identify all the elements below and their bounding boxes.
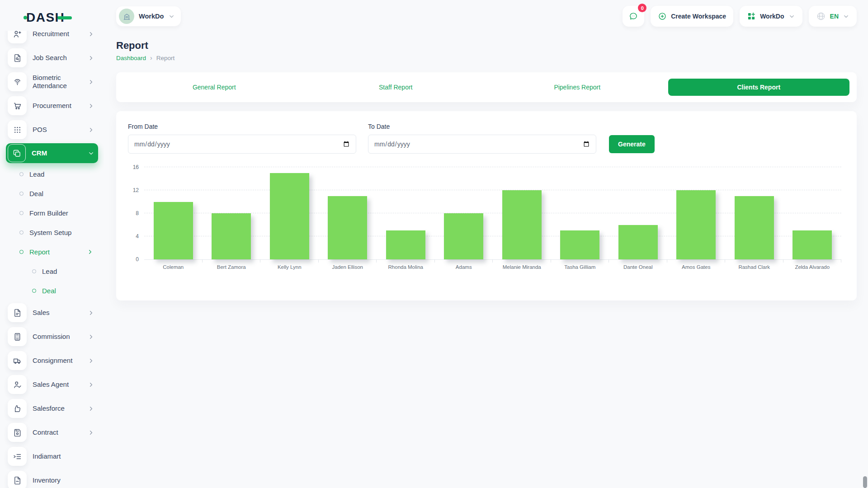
sidebar-item-procurement[interactable]: Procurement [6,95,98,116]
chart-category-bert-zamora: Bert Zamora [203,167,261,259]
chevron-down-icon [168,13,175,20]
sidebar-item-job-search[interactable]: Job Search [6,47,98,68]
x-axis-tick-label: Kelly Lynn [256,264,323,270]
bar-kelly-lynn [270,173,309,259]
sidebar-item-crm[interactable]: CRM [6,143,98,163]
bar-melanie-miranda [502,190,542,259]
generate-button[interactable]: Generate [609,135,655,153]
y-axis-tick-label: 4 [136,233,139,239]
sales-icon [8,303,27,322]
bullet-icon [19,230,24,235]
sidebar-subitem-lead[interactable]: Lead [6,263,98,279]
report-tabs: General ReportStaff ReportPipelines Repo… [116,72,857,102]
x-axis-tick-label: Coleman [140,264,207,270]
salesforce-icon [8,399,27,418]
bullet-icon [19,192,24,196]
to-date-input[interactable] [368,135,596,154]
tab-clients-report[interactable]: Clients Report [668,79,850,96]
y-axis-tick-label: 12 [133,187,139,193]
sidebar-item-label: Consignment [33,357,82,365]
clients-report-chart: 0481216ColemanBert ZamoraKelly LynnJaden… [144,167,841,275]
from-date-field-group: From Date [128,123,356,154]
sidebar-item-contract[interactable]: Contract [6,422,98,443]
x-axis-tick-label: Melanie Miranda [488,264,556,270]
sidebar-item-commission[interactable]: Commission [6,326,98,347]
sidebar-subitem-label: Report [29,248,50,256]
sidebar-subitem-deal[interactable]: Deal [6,186,98,201]
sidebar-item-label: Sales [33,309,82,317]
x-axis-tick-label: Tasha Gilliam [547,264,614,270]
chevron-right-icon [88,381,94,388]
sidebar-item-consignment[interactable]: Consignment [6,350,98,371]
sidebar-subitem-deal[interactable]: Deal [6,283,98,298]
breadcrumb-current: Report [156,55,175,61]
tab-general-report[interactable]: General Report [123,79,305,96]
sidebar-subitem-report[interactable]: Report [6,244,98,259]
workspace-switcher-button[interactable]: WorkDo [740,6,802,27]
chart-category-jaden-ellison: Jaden Ellison [319,167,377,259]
biometric-attendance-icon [8,72,27,91]
plus-circle-icon [658,12,667,21]
procurement-icon [8,96,27,115]
messages-button[interactable]: 0 [623,6,644,27]
chevron-down-icon [88,150,94,157]
bar-rhonda-molina [386,230,425,259]
vertical-scrollbar[interactable] [863,476,867,488]
chevron-right-icon [88,357,94,364]
sidebar-subitem-label: Deal [42,287,56,295]
app-logo[interactable]: DASH [0,0,104,28]
sidebar-item-label: Inventory [33,476,94,484]
breadcrumb-separator: › [150,54,152,61]
y-axis-tick-label: 0 [136,256,139,263]
breadcrumb: Dashboard › Report [116,54,857,61]
sidebar-subitem-label: Deal [29,190,43,197]
chart-category-zelda-alvarado: Zelda Alvarado [783,167,842,259]
sidebar-item-salesforce[interactable]: Salesforce [6,398,98,419]
pos-icon [8,120,27,139]
workspace-label: WorkDo [139,13,164,20]
tab-pipelines-report[interactable]: Pipelines Report [486,79,668,96]
x-axis-tick-label: Zelda Alvarado [779,264,846,270]
sidebar-item-sales-agent[interactable]: Sales Agent [6,374,98,395]
language-code: EN [830,13,839,20]
inventory-icon [8,471,27,488]
sidebar-menu: RecruitmentJob SearchBiometric Attendanc… [0,31,104,488]
sidebar-subitem-form-builder[interactable]: Form Builder [6,205,98,221]
chart-plot-area: 0481216ColemanBert ZamoraKelly LynnJaden… [144,167,841,260]
sidebar-item-label: Sales Agent [33,380,82,389]
x-axis-tick-label: Rashad Clark [721,264,788,270]
sidebar-subitem-lead[interactable]: Lead [6,166,98,182]
globe-icon [816,11,826,21]
language-selector[interactable]: EN [809,6,857,27]
y-axis-tick-label: 16 [133,164,139,170]
bar-adams [444,213,483,259]
breadcrumb-dashboard-link[interactable]: Dashboard [116,55,146,61]
chart-category-rashad-clark: Rashad Clark [725,167,783,259]
x-axis-tick-label: Amos Gates [663,264,730,270]
bullet-icon [32,269,36,273]
create-workspace-button[interactable]: Create Workspace [651,6,733,27]
chart-category-tasha-gilliam: Tasha Gilliam [551,167,609,259]
sidebar-item-inventory[interactable]: Inventory [6,470,98,488]
sidebar-item-label: Biometric Attendance [33,74,82,90]
sidebar-item-pos[interactable]: POS [6,119,98,140]
chevron-right-icon [88,55,94,61]
sidebar-item-label: CRM [32,149,82,157]
workspace-pill[interactable]: WorkDo [116,6,181,26]
chevron-right-icon [88,31,94,38]
x-axis-tick-label: Dante Oneal [604,264,672,270]
commission-icon [8,327,27,346]
sidebar-item-recruitment[interactable]: Recruitment [6,31,98,44]
sidebar-subitem-system-setup[interactable]: System Setup [6,225,98,240]
tab-staff-report[interactable]: Staff Report [305,79,487,96]
chevron-right-icon [88,127,94,133]
sidebar-item-indiamart[interactable]: Indiamart [6,446,98,467]
from-date-input[interactable] [128,135,356,154]
sidebar-item-sales[interactable]: Sales [6,302,98,323]
to-date-field-group: To Date [368,123,596,154]
bar-rashad-clark [735,196,774,259]
x-axis-tick-label: Adams [430,264,498,270]
chat-icon [628,11,638,21]
x-axis-tick-label: Bert Zamora [198,264,265,270]
sidebar-item-biometric-attendance[interactable]: Biometric Attendance [6,71,98,92]
